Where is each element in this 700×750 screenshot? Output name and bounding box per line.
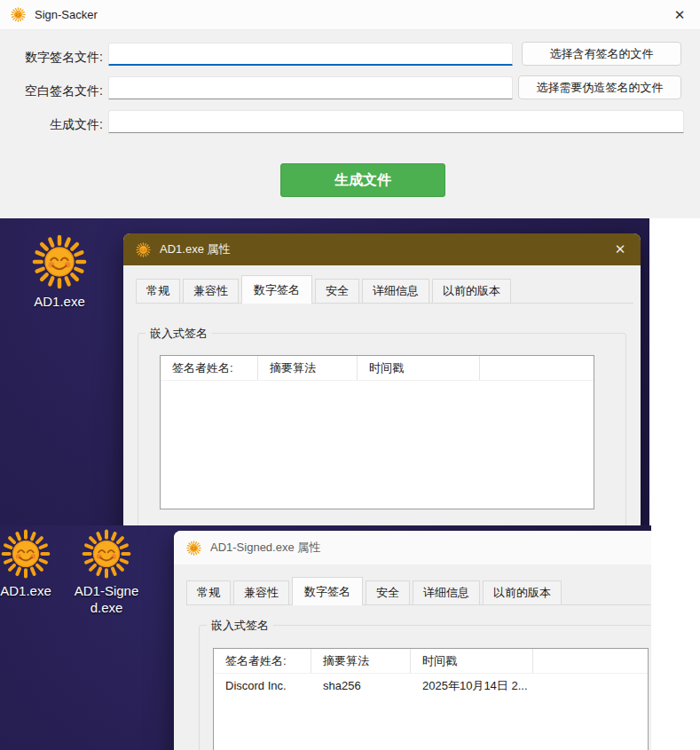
column-header-digest[interactable]: 摘要算法 — [258, 356, 358, 380]
desktop-mid: AD1.exe AD1.exe 属性 ✕ 常规 兼容性 数字签名 安全 详细信息… — [0, 218, 649, 525]
signature-table: 签名者姓名: 摘要算法 时间戳 Discord Inc. sha256 2025… — [213, 648, 649, 750]
desktop-bottom: AD1.exe AD1-Signed.exe — [0, 525, 651, 750]
column-header-blank — [480, 356, 594, 380]
table-header-row: 签名者姓名: 摘要算法 时间戳 — [161, 356, 594, 381]
sign-sacker-window: Sign-Sacker ✕ 数字签名文件: 选择含有签名的文件 空白签名文件: … — [0, 0, 700, 218]
close-icon[interactable]: ✕ — [600, 233, 641, 265]
blank-file-label: 空白签名文件: — [0, 79, 103, 102]
sun-icon — [136, 242, 151, 257]
generate-file-button[interactable]: 生成文件 — [280, 163, 445, 197]
tab-security[interactable]: 安全 — [366, 580, 410, 604]
tab-general[interactable]: 常规 — [136, 279, 180, 303]
pick-target-file-button[interactable]: 选择需要伪造签名的文件 — [518, 75, 681, 99]
close-icon[interactable]: ✕ — [659, 0, 700, 30]
properties-dialog-ad1-signed: AD1-Signed.exe 属性 常规 兼容性 数字签名 安全 详细信息 以前… — [174, 531, 651, 750]
tab-compatibility[interactable]: 兼容性 — [233, 580, 289, 604]
signed-file-input[interactable] — [108, 43, 513, 66]
tab-security[interactable]: 安全 — [315, 279, 359, 303]
tab-details[interactable]: 详细信息 — [362, 279, 429, 303]
icon-label: AD1-Signed.exe — [69, 582, 144, 616]
column-header-digest[interactable]: 摘要算法 — [311, 649, 411, 673]
group-label: 嵌入式签名 — [207, 618, 273, 634]
signed-file-label: 数字签名文件: — [0, 45, 103, 68]
timestamp-cell: 2025年10月14日 2... — [411, 674, 533, 699]
blank-file-input[interactable] — [108, 76, 513, 99]
signer-name-cell: Discord Inc. — [214, 674, 311, 699]
sun-icon — [11, 7, 26, 22]
column-header-signer[interactable]: 签名者姓名: — [214, 649, 311, 673]
tab-previous-versions[interactable]: 以前的版本 — [483, 580, 562, 604]
dialog-titlebar: AD1-Signed.exe 属性 — [174, 531, 651, 564]
sun-icon — [186, 541, 201, 556]
properties-dialog-ad1: AD1.exe 属性 ✕ 常规 兼容性 数字签名 安全 详细信息 以前的版本 嵌… — [123, 233, 641, 525]
output-file-input[interactable] — [108, 110, 684, 133]
desktop-icon-ad1[interactable]: AD1.exe — [0, 529, 63, 599]
desktop-icon-ad1[interactable]: AD1.exe — [22, 234, 97, 310]
sun-icon — [82, 529, 131, 579]
signature-table: 签名者姓名: 摘要算法 时间戳 — [160, 355, 594, 509]
column-header-timestamp[interactable]: 时间戳 — [411, 649, 533, 673]
group-label: 嵌入式签名 — [146, 326, 212, 342]
tab-general[interactable]: 常规 — [186, 580, 231, 604]
digest-algorithm-cell: sha256 — [311, 674, 411, 699]
sun-icon — [1, 529, 51, 579]
column-header-signer[interactable]: 签名者姓名: — [161, 356, 258, 380]
app-titlebar: Sign-Sacker — [0, 0, 700, 30]
output-file-label: 生成文件: — [0, 113, 103, 136]
tab-compatibility[interactable]: 兼容性 — [183, 279, 239, 303]
desktop-icon-ad1-signed[interactable]: AD1-Signed.exe — [69, 529, 144, 616]
tab-strip: 常规 兼容性 数字签名 安全 详细信息 以前的版本 — [136, 274, 633, 304]
table-header-row: 签名者姓名: 摘要算法 时间戳 — [214, 649, 648, 674]
icon-label: AD1.exe — [0, 582, 51, 599]
app-title: Sign-Sacker — [35, 8, 98, 21]
icon-label: AD1.exe — [34, 293, 85, 310]
dialog-title: AD1.exe 属性 — [160, 241, 230, 257]
column-header-blank — [533, 649, 648, 673]
tab-digital-signatures[interactable]: 数字签名 — [292, 577, 363, 605]
tab-strip: 常规 兼容性 数字签名 安全 详细信息 以前的版本 — [186, 576, 651, 605]
dialog-title: AD1-Signed.exe 属性 — [210, 540, 320, 556]
sun-icon — [32, 234, 87, 289]
tab-previous-versions[interactable]: 以前的版本 — [432, 279, 511, 303]
tab-digital-signatures[interactable]: 数字签名 — [241, 275, 312, 304]
dialog-titlebar: AD1.exe 属性 — [123, 233, 641, 265]
column-header-timestamp[interactable]: 时间戳 — [358, 356, 480, 380]
pick-signed-file-button[interactable]: 选择含有签名的文件 — [522, 42, 681, 66]
table-row-signature[interactable]: Discord Inc. sha256 2025年10月14日 2... — [214, 674, 648, 699]
tab-details[interactable]: 详细信息 — [413, 580, 480, 604]
